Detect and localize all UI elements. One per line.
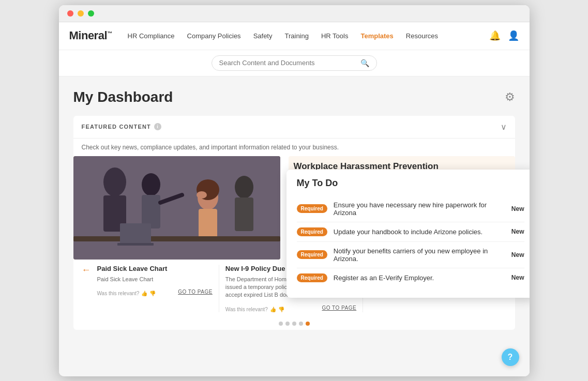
search-input[interactable] <box>219 59 356 67</box>
bell-icon[interactable]: 🔔 <box>489 30 501 41</box>
svg-rect-11 <box>235 197 253 231</box>
todo-panel: My To Do Required Ensure you have necess… <box>287 170 530 298</box>
svg-rect-7 <box>199 209 217 240</box>
svg-rect-14 <box>117 243 154 246</box>
featured-title: FEATURED CONTENT i <box>82 123 162 130</box>
todo-item-2-status: New <box>511 228 524 235</box>
todo-item-1-status: New <box>511 205 524 212</box>
maximize-dot[interactable] <box>88 10 94 17</box>
logo: Mineral™ <box>69 29 112 42</box>
article-image <box>73 156 280 260</box>
todo-item-2: Required Update your handbook to include… <box>297 222 524 242</box>
svg-point-1 <box>103 167 126 196</box>
nav-links: HR Compliance Company Policies Safety Tr… <box>128 32 489 40</box>
todo-item-4: Required Register as an E-Verify Employe… <box>297 268 524 287</box>
required-badge-2: Required <box>297 227 327 236</box>
nav-safety[interactable]: Safety <box>253 32 273 40</box>
nav-hr-compliance[interactable]: HR Compliance <box>128 32 175 40</box>
relevance-1: Was this relevant? 👍 👎 <box>97 291 156 296</box>
page-header: My Dashboard ⚙ <box>73 89 515 105</box>
nav-resources[interactable]: Resources <box>406 32 438 40</box>
svg-rect-13 <box>120 223 151 244</box>
settings-icon[interactable]: ⚙ <box>505 90 515 104</box>
help-button[interactable]: ? <box>502 348 519 366</box>
browser-window: Mineral™ HR Compliance Company Policies … <box>59 5 530 376</box>
nav-hr-tools[interactable]: HR Tools <box>321 32 349 40</box>
chevron-down-icon[interactable]: ∨ <box>501 122 507 132</box>
carousel-dot-3[interactable] <box>292 322 296 326</box>
go-to-page-2[interactable]: GO TO PAGE <box>322 305 356 311</box>
search-icon: 🔍 <box>360 59 369 67</box>
required-badge-3: Required <box>297 250 327 259</box>
svg-rect-12 <box>73 236 280 241</box>
main-content: My Dashboard ⚙ FEATURED CONTENT i ∨ Chec… <box>59 77 530 376</box>
carousel-item-1-thumb: Paid Sick Leave Chart <box>97 276 213 283</box>
todo-item-3-status: New <box>511 251 524 258</box>
browser-chrome <box>59 5 530 22</box>
top-nav: Mineral™ HR Compliance Company Policies … <box>59 22 530 50</box>
carousel-item-2-footer: Was this relevant? 👍 👎 GO TO PAGE <box>225 303 356 312</box>
carousel-item-1-footer: Was this relevant? 👍 👎 GO TO PAGE <box>97 287 213 296</box>
featured-header: FEATURED CONTENT i ∨ <box>73 116 515 139</box>
carousel-dot-2[interactable] <box>285 322 290 326</box>
svg-point-9 <box>197 191 207 199</box>
todo-item-4-status: New <box>511 274 524 281</box>
svg-point-3 <box>142 173 160 196</box>
todo-item-2-text: Update your handbook to include Arizone … <box>334 228 505 236</box>
svg-point-10 <box>235 176 253 199</box>
article-image-svg <box>73 156 280 260</box>
close-dot[interactable] <box>67 10 73 17</box>
page-title: My Dashboard <box>73 89 173 105</box>
featured-subtitle: Check out key news, compliance updates, … <box>73 139 515 156</box>
info-badge[interactable]: i <box>154 123 161 130</box>
user-icon[interactable]: 👤 <box>508 30 519 41</box>
relevance-2: Was this relevant? 👍 👎 <box>225 307 284 312</box>
nav-company-policies[interactable]: Company Policies <box>187 32 241 40</box>
nav-templates[interactable]: Templates <box>360 32 393 40</box>
todo-title: My To Do <box>297 178 524 189</box>
todo-item-3-text: Notify your benefits carriers of you new… <box>334 247 505 263</box>
todo-item-1: Required Ensure you have necessary new h… <box>297 196 524 222</box>
required-badge-4: Required <box>297 273 327 282</box>
carousel-item-1: ← Paid Sick Leave Chart Paid Sick Leave … <box>82 265 219 312</box>
minimize-dot[interactable] <box>78 10 84 17</box>
search-bar: 🔍 <box>212 55 377 71</box>
todo-item-1-text: Ensure you have necessary new hire paper… <box>334 201 505 217</box>
carousel-dot-4[interactable] <box>299 322 303 326</box>
todo-item-4-text: Register as an E-Verify Employer. <box>334 274 505 282</box>
carousel-dot-1[interactable] <box>279 322 283 326</box>
search-bar-container: 🔍 <box>59 50 530 77</box>
nav-icons: 🔔 👤 <box>489 30 519 41</box>
carousel-dots <box>73 317 515 330</box>
prev-arrow[interactable]: ← <box>82 265 91 276</box>
carousel-item-1-title: Paid Sick Leave Chart <box>97 265 213 272</box>
carousel-dot-5[interactable] <box>306 322 310 326</box>
todo-item-3: Required Notify your benefits carriers o… <box>297 242 524 268</box>
go-to-page-1[interactable]: GO TO PAGE <box>178 289 213 295</box>
nav-training[interactable]: Training <box>284 32 308 40</box>
required-badge-1: Required <box>297 204 327 213</box>
